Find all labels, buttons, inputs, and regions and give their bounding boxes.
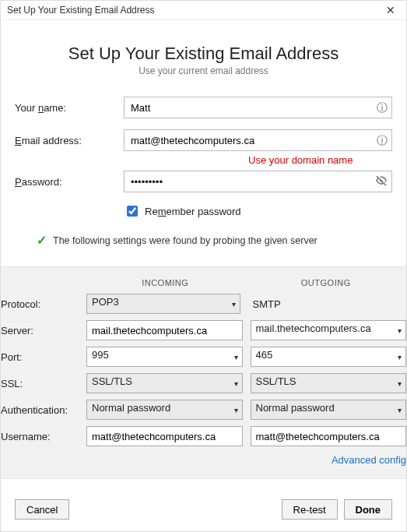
protocol-label: Protocol: bbox=[1, 298, 79, 310]
name-input[interactable] bbox=[124, 97, 392, 118]
remember-checkbox[interactable] bbox=[127, 206, 138, 217]
incoming-protocol-select[interactable]: POP3 bbox=[86, 294, 240, 314]
port-label: Port: bbox=[1, 351, 79, 363]
auth-label: Authentication: bbox=[1, 404, 79, 416]
info-icon: ⓘ bbox=[377, 102, 388, 113]
status-row: ✓ The following settings were found by p… bbox=[37, 233, 392, 248]
info-icon: ⓘ bbox=[377, 135, 388, 146]
server-label: Server: bbox=[1, 325, 79, 336]
annotation-text: Use your domain name bbox=[248, 154, 392, 166]
outgoing-server-select[interactable]: mail.thetechcomputers.ca bbox=[251, 320, 407, 340]
window-title: Set Up Your Existing Email Address bbox=[7, 5, 154, 16]
password-input[interactable] bbox=[124, 171, 392, 192]
retest-button[interactable]: Re-test bbox=[282, 499, 338, 520]
page-subtitle: Use your current email address bbox=[15, 65, 392, 76]
outgoing-protocol: SMTP bbox=[248, 298, 407, 310]
status-text: The following settings were found by pro… bbox=[53, 235, 318, 246]
outgoing-ssl-select[interactable]: SSL/TLS bbox=[251, 373, 407, 393]
remember-label: Remember password bbox=[145, 206, 241, 217]
done-button[interactable]: Done bbox=[344, 499, 393, 520]
advanced-config-link[interactable]: Advanced config bbox=[1, 454, 406, 466]
outgoing-port-select[interactable]: 465 bbox=[251, 347, 407, 367]
incoming-header: INCOMING bbox=[85, 278, 246, 287]
incoming-server-input[interactable] bbox=[86, 320, 243, 340]
outgoing-header: OUTGOING bbox=[246, 278, 407, 287]
incoming-port-select[interactable]: 995 bbox=[86, 347, 243, 367]
cancel-button[interactable]: Cancel bbox=[15, 499, 69, 520]
email-label: Email address: bbox=[15, 135, 124, 146]
check-icon: ✓ bbox=[37, 233, 47, 248]
email-input[interactable] bbox=[124, 129, 392, 151]
eye-off-icon[interactable] bbox=[375, 174, 388, 188]
incoming-ssl-select[interactable]: SSL/TLS bbox=[86, 373, 243, 393]
titlebar: Set Up Your Existing Email Address ✕ bbox=[1, 1, 406, 20]
password-label: Password: bbox=[15, 176, 124, 188]
incoming-username-input[interactable] bbox=[86, 426, 243, 446]
name-label: Your name: bbox=[15, 102, 124, 114]
ssl-label: SSL: bbox=[1, 378, 79, 389]
page-title: Set Up Your Existing Email Address bbox=[15, 44, 392, 64]
username-label: Username: bbox=[1, 431, 79, 442]
outgoing-username-input[interactable] bbox=[251, 426, 407, 446]
outgoing-auth-select[interactable]: Normal password bbox=[251, 400, 407, 420]
close-icon[interactable]: ✕ bbox=[381, 4, 400, 16]
incoming-auth-select[interactable]: Normal password bbox=[86, 400, 243, 420]
